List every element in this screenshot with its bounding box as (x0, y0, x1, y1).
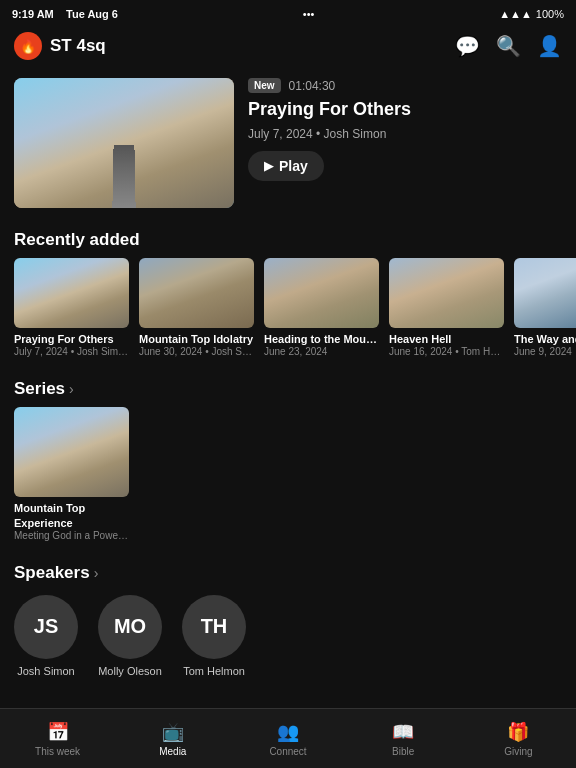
thumb-image (514, 258, 576, 328)
app-title: ST 4sq (50, 36, 106, 56)
new-badge: New (248, 78, 281, 93)
speaker-item[interactable]: JS Josh Simon (14, 595, 78, 677)
header-left: 🔥 ST 4sq (14, 32, 106, 60)
chat-icon[interactable]: 💬 (455, 34, 480, 58)
hero-speaker: Josh Simon (324, 127, 387, 141)
app-header: 🔥 ST 4sq 💬 🔍 👤 (0, 28, 576, 68)
thumb-meta: June 23, 2024 (264, 346, 379, 357)
thumb-image (139, 258, 254, 328)
thumb-title: The Way and The T... (514, 332, 576, 346)
thumb-meta: July 7, 2024 • Josh Simon (14, 346, 129, 357)
nav-label: Connect (269, 746, 306, 757)
hero-section: New 01:04:30 Praying For Others July 7, … (0, 68, 576, 218)
thumb-title: Mountain Top Idolatry (139, 332, 254, 346)
series-title: Series (14, 379, 65, 399)
hero-badge-row: New 01:04:30 (248, 78, 562, 93)
battery-icon: 100% (536, 8, 564, 20)
thumb-meta: June 9, 2024 (514, 346, 576, 357)
series-item-title: Mountain Top Experience (14, 501, 129, 530)
recently-added-title: Recently added (14, 230, 140, 250)
recently-added-header: Recently added (0, 218, 576, 258)
profile-icon[interactable]: 👤 (537, 34, 562, 58)
speaker-name: Josh Simon (17, 665, 74, 677)
nav-item-media[interactable]: 📺 Media (115, 721, 230, 757)
nav-item-connect[interactable]: 👥 Connect (230, 721, 345, 757)
speakers-list: JS Josh Simon MO Molly Oleson TH Tom Hel… (0, 591, 576, 693)
series-header[interactable]: Series › (0, 367, 576, 407)
speakers-arrow-icon: › (94, 565, 99, 581)
nav-label: Bible (392, 746, 414, 757)
thumb-title: Heaven Hell (389, 332, 504, 346)
speakers-header[interactable]: Speakers › (0, 551, 576, 591)
play-label: Play (279, 158, 308, 174)
app-logo: 🔥 (14, 32, 42, 60)
hero-meta: July 7, 2024 • Josh Simon (248, 127, 562, 141)
speaker-name: Tom Helmon (183, 665, 245, 677)
thumb-meta: June 16, 2024 • Tom Helmon (389, 346, 504, 357)
thumb-image-inner (514, 258, 576, 328)
search-icon[interactable]: 🔍 (496, 34, 521, 58)
nav-label: Media (159, 746, 186, 757)
recently-added-item[interactable]: The Way and The T... June 9, 2024 (514, 258, 576, 357)
thumb-image (389, 258, 504, 328)
nav-label: This week (35, 746, 80, 757)
nav-icon: 📅 (47, 721, 69, 743)
nav-icon: 📺 (162, 721, 184, 743)
thumb-image-inner (14, 258, 129, 328)
nav-item-bible[interactable]: 📖 Bible (346, 721, 461, 757)
nav-item-this-week[interactable]: 📅 This week (0, 721, 115, 757)
thumb-image-inner (389, 258, 504, 328)
thumb-image (14, 258, 129, 328)
series-item-desc: Meeting God in a Powerful Wa... (14, 530, 129, 541)
header-actions: 💬 🔍 👤 (455, 34, 562, 58)
hero-image-inner (14, 78, 234, 208)
thumb-image-inner (139, 258, 254, 328)
recently-added-item[interactable]: Praying For Others July 7, 2024 • Josh S… (14, 258, 129, 357)
thumb-title: Heading to the Mountain (264, 332, 379, 346)
hero-thumbnail (14, 78, 234, 208)
speaker-item[interactable]: MO Molly Oleson (98, 595, 162, 677)
hero-info: New 01:04:30 Praying For Others July 7, … (248, 78, 562, 181)
series-arrow-icon: › (69, 381, 74, 397)
recently-added-item[interactable]: Mountain Top Idolatry June 30, 2024 • Jo… (139, 258, 254, 357)
nav-item-giving[interactable]: 🎁 Giving (461, 721, 576, 757)
thumb-title: Praying For Others (14, 332, 129, 346)
speaker-avatar: MO (98, 595, 162, 659)
thumb-meta: June 30, 2024 • Josh Simon (139, 346, 254, 357)
recently-added-item[interactable]: Heaven Hell June 16, 2024 • Tom Helmon (389, 258, 504, 357)
hero-date: July 7, 2024 (248, 127, 313, 141)
thumb-image-inner (264, 258, 379, 328)
status-indicators: ▲▲▲ 100% (499, 8, 564, 20)
series-item[interactable]: Mountain Top Experience Meeting God in a… (14, 407, 129, 541)
status-day: Tue Aug 6 (66, 8, 118, 20)
nav-icon: 👥 (277, 721, 299, 743)
series-list[interactable]: Mountain Top Experience Meeting God in a… (0, 407, 576, 551)
recently-added-list[interactable]: Praying For Others July 7, 2024 • Josh S… (0, 258, 576, 367)
status-bar: 9:19 AM Tue Aug 6 ••• ▲▲▲ 100% (0, 0, 576, 28)
play-button[interactable]: ▶ Play (248, 151, 324, 181)
status-dots: ••• (303, 8, 315, 20)
series-image (14, 407, 129, 497)
speaker-avatar: JS (14, 595, 78, 659)
speakers-title: Speakers (14, 563, 90, 583)
hero-title: Praying For Others (248, 99, 562, 121)
play-icon: ▶ (264, 159, 273, 173)
speaker-avatar: TH (182, 595, 246, 659)
status-time: 9:19 AM (12, 8, 54, 20)
signal-icon: ▲▲▲ (499, 8, 532, 20)
main-content: New 01:04:30 Praying For Others July 7, … (0, 68, 576, 763)
logo-icon: 🔥 (20, 39, 36, 54)
speaker-name: Molly Oleson (98, 665, 162, 677)
nav-icon: 📖 (392, 721, 414, 743)
hero-duration: 01:04:30 (289, 79, 336, 93)
speaker-item[interactable]: TH Tom Helmon (182, 595, 246, 677)
thumb-image (264, 258, 379, 328)
recently-added-item[interactable]: Heading to the Mountain June 23, 2024 (264, 258, 379, 357)
nav-icon: 🎁 (507, 721, 529, 743)
nav-label: Giving (504, 746, 532, 757)
series-image-inner (14, 407, 129, 497)
status-time-date: 9:19 AM Tue Aug 6 (12, 8, 118, 20)
bottom-nav: 📅 This week 📺 Media 👥 Connect 📖 Bible 🎁 … (0, 708, 576, 768)
